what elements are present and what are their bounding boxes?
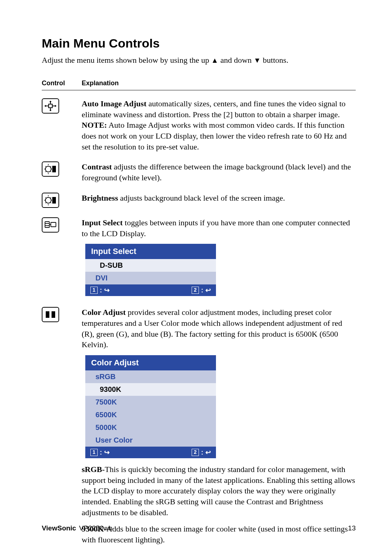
icon-cell [42,161,82,183]
page-footer: ViewSonicVP2250wb 13 [42,524,356,532]
osd-header: Input Select [85,244,216,259]
contrast-b: Contrast [82,162,112,171]
osd-item-5000k: 5000K [85,421,216,434]
exit-icon: ↪ [104,286,110,295]
svg-point-15 [45,197,51,203]
brightness-b: Brightness [82,193,118,202]
srgb-para: sRGB-This is quickly becoming the indust… [82,464,356,518]
osd-footer: 1 : ↪ 2 : ↩ [85,284,216,296]
row-color-adjust: Color Adjust provides several color adju… [42,307,356,545]
svg-rect-25 [45,222,49,227]
osd-key-2-num: 2 [192,449,199,456]
exp-auto: Auto Image Adjust automatically sizes, c… [82,98,356,152]
osd-item-dsub: D-SUB [85,259,216,272]
osd-footer: 1 : ↪ 2 : ↩ [85,447,216,458]
srgb-b: sRGB- [82,465,105,474]
intro-text: Adjust the menu items shown below by usi… [42,56,356,65]
row-auto-image-adjust: Auto Image Adjust automatically sizes, c… [42,98,356,152]
arrow-up-icon [211,56,219,65]
svg-rect-24 [52,197,56,204]
osd-key-1-num: 1 [90,449,98,456]
osd-item-usercolor: User Color [85,434,216,447]
svg-point-5 [45,166,51,172]
svg-rect-14 [52,166,56,172]
contrast-icon [42,161,59,177]
osd-item-6500k: 6500K [85,409,216,421]
enter-icon: ↩ [205,286,211,295]
row-input-select: Input Select toggles between inputs if y… [42,217,356,297]
brightness-text: adjusts background black level of the sc… [118,193,285,202]
srgb-text: This is quickly becoming the industry st… [82,465,355,517]
exp-contrast: Contrast adjusts the difference between … [82,161,356,183]
osd-key-1: 1 : ↪ [90,286,110,295]
footer-left: ViewSonicVP2250wb [42,524,113,532]
input-select-icon [42,217,59,233]
svg-line-10 [45,166,46,167]
osd-key-2: 2 : ↩ [192,448,211,457]
exp-brightness: Brightness adjusts background black leve… [82,193,356,208]
icon-cell [42,98,82,152]
osd-item-9300k: 9300K [85,383,216,396]
color-b: Color Adjust [82,308,126,317]
svg-line-13 [50,166,51,167]
osd-key-1: 1 : ↪ [90,448,110,457]
svg-rect-30 [46,311,49,318]
osd-key-2: 2 : ↩ [192,286,211,295]
brightness-icon [42,193,59,208]
page-number: 13 [348,524,356,532]
icon-cell [42,217,82,297]
page: Main Menu Controls Adjust the menu items… [0,0,392,554]
auto-b: Auto Image Adjust [82,99,146,108]
color-adjust-icon [42,307,59,322]
osd-input-select: Input Select D-SUB DVI 1 : ↪ 2 : ↩ [85,244,216,296]
row-brightness: Brightness adjusts background black leve… [42,193,356,208]
col-control: Control [42,79,82,87]
auto-image-adjust-icon [42,98,59,114]
svg-rect-31 [52,311,55,318]
footer-brand: ViewSonic [42,524,76,532]
osd-header: Color Adjust [85,355,216,370]
osd-key-2-num: 2 [192,287,199,294]
svg-line-11 [50,171,51,172]
osd-item-srgb: sRGB [85,370,216,383]
auto-note: Auto Image Adjust works with most common… [82,120,347,151]
footer-model: VP2250wb [79,524,113,532]
arrow-down-icon [254,56,261,65]
svg-line-12 [45,171,46,172]
intro-mid: and down [219,56,254,65]
auto-note-b: NOTE: [82,120,107,130]
svg-line-23 [50,197,51,198]
icon-cell [42,307,82,545]
intro-post: buttons. [261,56,289,65]
col-explanation: Explanation [82,79,356,87]
svg-rect-0 [49,104,52,108]
svg-line-21 [50,202,51,203]
enter-icon: ↩ [205,448,211,457]
svg-rect-28 [51,222,56,227]
osd-color-adjust: Color Adjust sRGB 9300K 7500K 6500K 5000… [85,355,216,458]
table-header: Control Explanation [42,79,356,90]
osd-item-dvi: DVI [85,272,216,284]
contrast-text: adjusts the difference between the image… [82,162,351,182]
svg-line-20 [45,197,46,198]
svg-line-22 [45,202,46,203]
exit-icon: ↪ [104,448,110,457]
input-b: Input Select [82,218,123,227]
osd-item-7500k: 7500K [85,396,216,409]
page-title: Main Menu Controls [42,36,356,50]
exp-input: Input Select toggles between inputs if y… [82,217,356,297]
osd-key-1-num: 1 [90,287,98,294]
intro-pre: Adjust the menu items shown below by usi… [42,56,211,65]
icon-cell [42,193,82,208]
row-contrast: Contrast adjusts the difference between … [42,161,356,183]
exp-color: Color Adjust provides several color adju… [82,307,356,545]
